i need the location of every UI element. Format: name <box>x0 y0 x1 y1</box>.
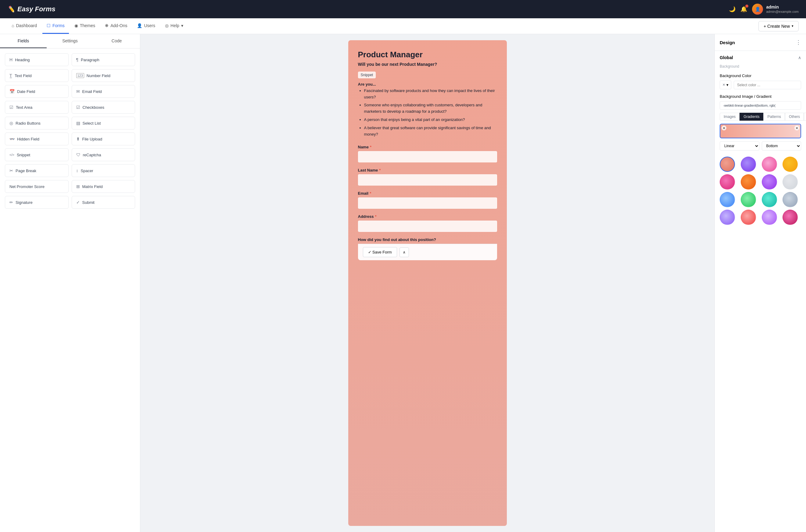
field-radio[interactable]: ◎ Radio Buttons <box>5 117 69 130</box>
number-icon: 123 <box>76 73 84 78</box>
right-panel-header: Design ⋮ <box>715 34 806 51</box>
themes-icon: ◉ <box>74 23 78 28</box>
field-number[interactable]: 123 Number Field <box>72 69 135 82</box>
tab-gradients[interactable]: Gradients <box>739 113 763 121</box>
user-name: admin <box>766 4 799 10</box>
color-swatch-5[interactable] <box>720 174 735 190</box>
field-snippet[interactable]: </> Snippet <box>5 148 69 161</box>
snippet-item-1: Fascinated by software products and how … <box>364 88 497 100</box>
field-paragraph[interactable]: ¶ Paragraph <box>72 53 135 66</box>
field-upload[interactable]: ⬆ File Upload <box>72 133 135 145</box>
save-form-label: ✓ Save Form <box>368 250 392 254</box>
color-select-input[interactable] <box>734 81 801 89</box>
field-hidden[interactable]: 👓 Hidden Field <box>5 133 69 145</box>
main-layout: Fields Settings Code H Heading ¶ Paragra… <box>0 34 806 532</box>
tab-code[interactable]: Code <box>93 34 140 48</box>
field-select[interactable]: ▤ Select List <box>72 117 135 130</box>
dashboard-icon: ⌂ <box>12 23 14 28</box>
select-icon: ▤ <box>76 121 80 126</box>
field-textarea[interactable]: ☑ Text Area <box>5 101 69 114</box>
create-new-button[interactable]: + Create New ▾ <box>758 21 799 31</box>
field-matrix[interactable]: ⊞ Matrix Field <box>72 180 135 193</box>
field-spacer[interactable]: ↕ Spacer <box>72 164 135 177</box>
field-checkboxes[interactable]: ☑ Checkboxes <box>72 101 135 114</box>
color-swatch-11[interactable] <box>762 192 777 207</box>
field-nps[interactable]: Net Promoter Score <box>5 180 69 193</box>
lastname-input[interactable] <box>358 174 497 186</box>
email-input[interactable] <box>358 197 497 209</box>
color-swatch-button[interactable]: ✕ ▾ <box>720 80 731 89</box>
help-icon: ◎ <box>165 23 169 28</box>
field-heading[interactable]: H Heading <box>5 53 69 66</box>
notification-badge <box>745 4 748 7</box>
right-panel: Design ⋮ Global ∧ Background Background … <box>715 34 806 532</box>
form-toggle-button[interactable]: ∧ <box>400 247 409 257</box>
address-input[interactable] <box>358 221 497 232</box>
bg-image-label: Background Image / Gradient <box>720 94 801 99</box>
name-input[interactable] <box>358 151 497 163</box>
nav-link-dashboard-label: Dashboard <box>16 23 37 28</box>
color-swatch-6[interactable] <box>741 174 756 190</box>
field-snippet-label: Snippet <box>17 153 30 157</box>
create-new-label: + Create New <box>764 24 790 28</box>
gradient-direction-select[interactable]: Bottom <box>762 141 802 151</box>
color-swatch-12[interactable] <box>783 192 798 207</box>
create-new-chevron-icon: ▾ <box>792 24 793 28</box>
signature-icon: ✏ <box>10 200 13 205</box>
field-date[interactable]: 📅 Date Field <box>5 85 69 98</box>
field-date-label: Date Field <box>17 89 35 94</box>
save-form-button[interactable]: ✓ Save Form <box>363 247 397 257</box>
nav-link-forms[interactable]: ☐ Forms <box>42 18 69 34</box>
help-chevron-icon: ▾ <box>181 23 183 28</box>
gradient-close-left-button[interactable]: ✕ <box>721 126 727 130</box>
tab-patterns[interactable]: Patterns <box>763 113 785 121</box>
background-color-label: Background Color <box>720 73 801 78</box>
field-email[interactable]: ✉ Email Field <box>72 85 135 98</box>
gradient-type-select[interactable]: Linear <box>720 141 759 151</box>
gradient-input[interactable] <box>720 101 801 110</box>
form-field-address: Address * <box>358 214 497 232</box>
color-swatch-13[interactable] <box>720 210 735 225</box>
dark-mode-button[interactable]: 🌙 <box>729 6 736 13</box>
color-swatch-10[interactable] <box>741 192 756 207</box>
notifications-button[interactable]: 🔔 <box>740 6 747 13</box>
nav-link-dashboard[interactable]: ⌂ Dashboard <box>7 18 41 34</box>
brand[interactable]: ✏️ Easy Forms <box>7 5 55 13</box>
nav-link-help[interactable]: ◎ Help ▾ <box>161 18 187 34</box>
field-submit[interactable]: ✓ Submit <box>72 196 135 209</box>
nav-links: ⌂ Dashboard ☐ Forms ◉ Themes ❋ Add-Ons 👤… <box>7 18 187 34</box>
field-pagebreak[interactable]: ✂ Page Break <box>5 164 69 177</box>
tab-settings[interactable]: Settings <box>47 34 93 48</box>
nav-link-users[interactable]: 👤 Users <box>133 18 160 34</box>
color-swatch-14[interactable] <box>741 210 756 225</box>
email-required: * <box>370 191 371 196</box>
tab-fields[interactable]: Fields <box>0 34 47 48</box>
color-swatch-1[interactable] <box>720 157 735 172</box>
design-more-button[interactable]: ⋮ <box>795 39 801 46</box>
field-radio-label: Radio Buttons <box>16 121 40 126</box>
color-swatch-9[interactable] <box>720 192 735 207</box>
nav-link-addons[interactable]: ❋ Add-Ons <box>100 18 131 34</box>
tab-others[interactable]: Others <box>785 113 804 121</box>
snippet-badge: Snippet <box>358 72 376 78</box>
global-collapse-button[interactable]: ∧ <box>798 55 801 60</box>
nav-link-themes[interactable]: ◉ Themes <box>70 18 100 34</box>
gradient-close-button[interactable]: ✕ <box>794 126 799 130</box>
tab-images[interactable]: Images <box>720 113 739 121</box>
color-swatch-7[interactable] <box>762 174 777 190</box>
color-swatch-16[interactable] <box>783 210 798 225</box>
color-swatches-grid <box>715 157 806 225</box>
field-signature[interactable]: ✏ Signature <box>5 196 69 209</box>
color-swatch-2[interactable] <box>741 157 756 172</box>
address-label: Address * <box>358 214 497 219</box>
color-swatch-3[interactable] <box>762 157 777 172</box>
tab-collapse[interactable]: ∧ <box>804 113 806 121</box>
color-swatch-4[interactable] <box>783 157 798 172</box>
color-swatch-15[interactable] <box>762 210 777 225</box>
field-text[interactable]: T̲ Text Field <box>5 69 69 82</box>
form-field-name: Name * <box>358 145 497 163</box>
gradient-preview: ✕ ✕ <box>720 124 801 138</box>
paragraph-icon: ¶ <box>76 57 79 62</box>
field-recaptcha[interactable]: 🛡 reCaptcha <box>72 148 135 161</box>
color-swatch-8[interactable] <box>783 174 798 190</box>
